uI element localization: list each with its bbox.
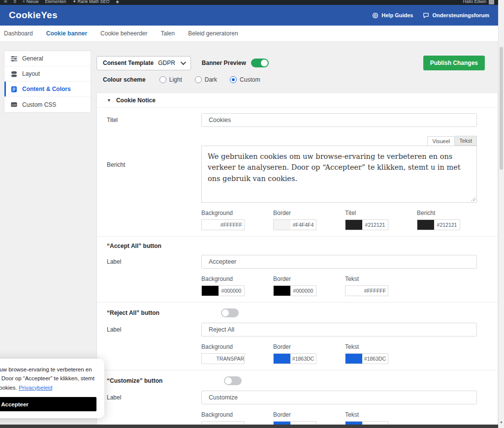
tab-visueel[interactable]: Visueel bbox=[427, 136, 455, 146]
tab-cookie-beheerder[interactable]: Cookie beheerder bbox=[100, 30, 147, 37]
sidebar-item-label: Custom CSS bbox=[22, 101, 56, 108]
scrollbar-thumb[interactable] bbox=[500, 47, 503, 170]
bericht-editor: Visueel Tekst We gebruiken cookies om uw… bbox=[201, 136, 477, 203]
color-swatch bbox=[417, 220, 434, 230]
color-swatch bbox=[346, 354, 362, 364]
section-customize: “Customize” button Label Background TRAN… bbox=[97, 370, 498, 428]
preview-message: We gebruiken cookies om uw browse-ervari… bbox=[0, 365, 96, 392]
color-field-titel: Titel #212121 bbox=[345, 210, 417, 230]
color-field-background: Background TRANSPAR bbox=[201, 343, 273, 364]
vertical-scrollbar[interactable]: ▼ bbox=[498, 0, 504, 428]
sidebar-item-content-colors[interactable]: Content & Colors bbox=[4, 82, 91, 97]
scrollbar-down-arrow[interactable]: ▼ bbox=[499, 421, 504, 424]
comments-count[interactable]: 0 bbox=[14, 0, 16, 4]
radio-custom[interactable] bbox=[230, 76, 237, 83]
customize-label-label: Label bbox=[97, 394, 201, 401]
tab-beleid-generatoren[interactable]: Beleid generatoren bbox=[188, 30, 238, 37]
bericht-textarea[interactable]: We gebruiken cookies om uw browse-ervari… bbox=[201, 146, 477, 203]
cookie-notice-header[interactable]: ▼ Cookie Notice bbox=[97, 93, 498, 108]
privacy-policy-link[interactable]: Privacybeleid bbox=[19, 385, 52, 391]
tab-cookie-banner[interactable]: Cookie banner bbox=[46, 30, 87, 37]
bericht-row: Bericht Visueel Tekst We gebruiken cooki… bbox=[97, 136, 498, 203]
color-field-tekst: Tekst #1863DC bbox=[345, 343, 417, 364]
reject-all-header: “Reject All” button bbox=[97, 303, 498, 317]
resize-grip[interactable] bbox=[471, 197, 475, 201]
color-field-border: Border #F4F4F4 bbox=[273, 210, 345, 230]
banner-preview-label: Banner Preview bbox=[202, 60, 246, 66]
color-picker-tekst[interactable]: #FFFFFF bbox=[345, 285, 388, 296]
radio-light[interactable] bbox=[159, 76, 166, 83]
tab-talen[interactable]: Talen bbox=[160, 30, 175, 37]
avatar[interactable] bbox=[489, 0, 494, 4]
titel-input[interactable] bbox=[201, 113, 477, 127]
sidebar-item-label: Content & Colors bbox=[22, 86, 71, 92]
collapse-arrow-icon: ▼ bbox=[107, 98, 111, 103]
section-accept-all: “Accept All” button Label Background #00… bbox=[97, 237, 498, 303]
titel-label: Titel bbox=[97, 117, 201, 123]
customize-toggle[interactable] bbox=[224, 376, 242, 385]
scheme-option-light[interactable]: Light bbox=[159, 76, 182, 83]
color-swatch bbox=[274, 354, 290, 364]
accept-label-input[interactable] bbox=[201, 255, 477, 269]
admin-bar-rank-math[interactable]: ✦ Rank Math SEO bbox=[73, 0, 110, 4]
sidebar-item-label: Layout bbox=[22, 70, 40, 77]
titel-row: Titel bbox=[97, 113, 498, 127]
scheme-option-dark[interactable]: Dark bbox=[195, 76, 217, 83]
plugin-header: CookieYes Help Guides Ondersteuningsforu… bbox=[0, 5, 498, 26]
reject-label-input[interactable] bbox=[201, 323, 477, 336]
support-forum-link[interactable]: Ondersteuningsforum bbox=[423, 12, 489, 19]
chevron-down-icon bbox=[181, 60, 186, 65]
color-field-background: Background #000000 bbox=[201, 275, 273, 296]
color-field-tekst: Tekst #FFFFFF bbox=[345, 275, 417, 296]
color-field-background: Background #FFFFFF bbox=[201, 210, 273, 230]
color-picker-bericht[interactable]: #212121 bbox=[417, 219, 460, 230]
color-picker-border[interactable]: #000000 bbox=[273, 285, 316, 296]
publish-changes-button[interactable]: Publish Changes bbox=[423, 56, 485, 70]
consent-template-select[interactable]: Consent Template GDPR bbox=[96, 56, 191, 70]
color-field-bericht: Bericht #212121 bbox=[417, 210, 489, 230]
bericht-label: Bericht bbox=[97, 136, 201, 168]
tab-tekst[interactable]: Tekst bbox=[455, 136, 477, 146]
customize-header: “Customize” button bbox=[97, 370, 498, 385]
customize-label-input[interactable] bbox=[201, 391, 477, 404]
color-picker-background[interactable]: #000000 bbox=[201, 285, 245, 296]
bottom-edge-strip bbox=[0, 425, 498, 428]
color-picker-border[interactable]: #1863DC bbox=[273, 353, 316, 364]
admin-bar-elementen[interactable]: Elementen bbox=[45, 0, 66, 4]
sidebar-item-general[interactable]: General bbox=[4, 51, 91, 66]
sidebar-item-custom-css[interactable]: CSS Custom CSS bbox=[4, 97, 91, 112]
scheme-option-custom[interactable]: Custom bbox=[230, 76, 260, 83]
color-field-border: Border #1863DC bbox=[273, 343, 345, 364]
color-picker-tekst[interactable]: #1863DC bbox=[345, 353, 388, 364]
help-guides-icon bbox=[372, 12, 378, 19]
reject-all-toggle[interactable] bbox=[221, 308, 239, 317]
wp-admin-bar: ✉ 0 + Nieuw Elementen ✦ Rank Math SEO ◆ … bbox=[0, 0, 498, 5]
shield-icon[interactable]: ◆ bbox=[116, 0, 119, 4]
section-reject-all: “Reject All” button Label Background TRA… bbox=[97, 303, 498, 370]
plugin-nav: Dashboard Cookie banner Cookie beheerder… bbox=[0, 26, 498, 42]
colour-scheme-label: Colour scheme bbox=[103, 76, 146, 83]
admin-bar-new[interactable]: + Nieuw bbox=[23, 0, 39, 4]
preview-accept-button[interactable]: Accepteer bbox=[0, 397, 96, 411]
consent-template-label: Consent Template bbox=[103, 60, 154, 66]
tab-dashboard[interactable]: Dashboard bbox=[4, 30, 33, 37]
color-picker-background[interactable]: #FFFFFF bbox=[201, 219, 245, 230]
help-guides-link[interactable]: Help Guides bbox=[372, 12, 413, 19]
accept-all-header: “Accept All” button bbox=[97, 237, 498, 249]
color-picker-background[interactable]: TRANSPAR bbox=[201, 353, 245, 364]
reject-label-row: Label bbox=[97, 323, 498, 336]
radio-dark[interactable] bbox=[195, 76, 202, 83]
layout-icon bbox=[10, 70, 18, 78]
banner-preview-toggle[interactable] bbox=[251, 59, 269, 67]
cookieyes-logo: CookieYes bbox=[9, 10, 58, 21]
sidebar-item-layout[interactable]: Layout bbox=[4, 66, 91, 82]
color-swatch bbox=[346, 286, 362, 296]
sidebar-item-label: General bbox=[22, 55, 43, 62]
admin-bar-greeting[interactable]: Hallo Edwin bbox=[463, 0, 486, 4]
colour-scheme-row: Colour scheme Light Dark Custom bbox=[96, 76, 498, 83]
banner-toolbar: Consent Template GDPR Banner Preview Pub… bbox=[96, 56, 498, 70]
color-swatch bbox=[202, 220, 219, 230]
color-picker-titel[interactable]: #212121 bbox=[345, 219, 388, 230]
comments-icon[interactable]: ✉ bbox=[4, 0, 7, 4]
color-picker-border[interactable]: #F4F4F4 bbox=[273, 219, 316, 230]
